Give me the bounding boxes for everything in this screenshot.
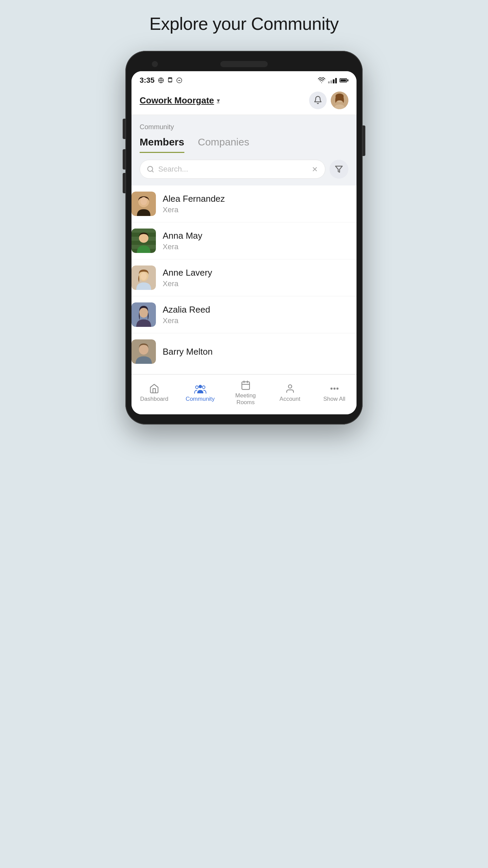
nav-item-account[interactable]: Account bbox=[277, 383, 304, 402]
svg-point-30 bbox=[202, 386, 205, 389]
nav-item-show-all[interactable]: Show All bbox=[321, 383, 348, 402]
main-content: Community Members Companies Search... bbox=[131, 115, 357, 182]
svg-point-37 bbox=[334, 388, 335, 389]
page-title: Explore your Community bbox=[149, 14, 339, 34]
member-avatar bbox=[131, 192, 156, 216]
member-info: Azalia Reed Xera bbox=[163, 304, 210, 325]
member-avatar bbox=[131, 229, 156, 253]
svg-point-27 bbox=[139, 344, 148, 355]
member-company: Xera bbox=[163, 279, 212, 288]
member-avatar bbox=[131, 302, 156, 327]
wifi-icon bbox=[318, 77, 325, 83]
globe-status-icon bbox=[158, 77, 164, 83]
svg-point-36 bbox=[331, 388, 332, 389]
svg-rect-17 bbox=[131, 229, 156, 233]
phone-screen: 3:35 bbox=[131, 71, 357, 414]
svg-rect-31 bbox=[242, 382, 249, 390]
tab-companies[interactable]: Companies bbox=[198, 136, 249, 153]
member-company: Xera bbox=[163, 316, 210, 325]
phone-top bbox=[131, 61, 357, 67]
svg-line-9 bbox=[152, 171, 153, 172]
nav-label-show-all: Show All bbox=[323, 396, 345, 402]
search-area: Search... bbox=[140, 153, 348, 182]
nav-label-community: Community bbox=[186, 396, 215, 402]
nav-label-dashboard: Dashboard bbox=[140, 396, 168, 402]
svg-point-38 bbox=[337, 388, 338, 389]
members-list: Alea Fernandez Xera bbox=[131, 185, 357, 374]
workspace-name-text: Cowork Moorgate bbox=[140, 95, 214, 106]
filter-icon bbox=[335, 165, 343, 173]
member-avatar bbox=[131, 339, 156, 364]
member-name: Anna May bbox=[163, 231, 202, 241]
nav-item-community[interactable]: Community bbox=[186, 383, 215, 402]
member-name: Alea Fernandez bbox=[163, 194, 225, 204]
tab-members[interactable]: Members bbox=[140, 136, 184, 153]
account-icon bbox=[285, 383, 295, 394]
battery-icon bbox=[340, 78, 348, 82]
filter-button[interactable] bbox=[329, 160, 348, 179]
member-name: Anne Lavery bbox=[163, 268, 212, 278]
tabs-container: Members Companies bbox=[140, 136, 348, 153]
phone-speaker bbox=[220, 61, 268, 67]
list-item[interactable]: Anne Lavery Xera bbox=[131, 259, 357, 296]
community-icon bbox=[194, 383, 206, 394]
member-company: Xera bbox=[163, 205, 225, 214]
svg-rect-2 bbox=[169, 79, 172, 82]
nav-label-meeting-rooms: Meeting Rooms bbox=[235, 392, 256, 406]
nav-label-account: Account bbox=[280, 396, 300, 402]
member-avatar bbox=[131, 265, 156, 290]
list-item[interactable]: Azalia Reed Xera bbox=[131, 296, 357, 333]
status-time: 3:35 bbox=[140, 76, 155, 85]
notifications-button[interactable] bbox=[309, 92, 327, 109]
workspace-selector[interactable]: Cowork Moorgate ▾ bbox=[140, 95, 220, 106]
header-actions bbox=[309, 92, 348, 109]
svg-point-35 bbox=[288, 385, 292, 388]
phone-camera bbox=[152, 61, 158, 67]
svg-point-25 bbox=[139, 308, 148, 318]
member-info: Barry Melton bbox=[163, 347, 212, 357]
list-item[interactable]: Alea Fernandez Xera bbox=[131, 185, 357, 222]
svg-point-23 bbox=[141, 273, 147, 280]
clear-search-icon[interactable] bbox=[311, 166, 318, 173]
more-icon bbox=[329, 383, 340, 394]
list-item[interactable]: Barry Melton bbox=[131, 333, 357, 374]
home-icon bbox=[149, 383, 159, 394]
svg-point-15 bbox=[140, 197, 147, 205]
member-info: Alea Fernandez Xera bbox=[163, 194, 225, 214]
section-label: Community bbox=[140, 123, 348, 131]
nav-item-meeting-rooms[interactable]: Meeting Rooms bbox=[232, 380, 259, 406]
svg-point-29 bbox=[196, 386, 198, 389]
chevron-down-icon: ▾ bbox=[217, 97, 220, 104]
calendar-icon bbox=[241, 380, 251, 390]
svg-point-28 bbox=[199, 385, 202, 388]
bell-icon bbox=[313, 96, 322, 105]
signal-icon bbox=[328, 77, 337, 83]
list-item[interactable]: Anna May Xera bbox=[131, 222, 357, 259]
app-header: Cowork Moorgate ▾ bbox=[131, 87, 357, 115]
member-name: Azalia Reed bbox=[163, 304, 210, 315]
user-avatar-image bbox=[331, 92, 348, 109]
search-input-placeholder: Search... bbox=[158, 165, 307, 174]
user-avatar-button[interactable] bbox=[331, 92, 348, 109]
sim-status-icon bbox=[167, 77, 173, 83]
bottom-nav: Dashboard Community bbox=[131, 374, 357, 414]
search-box[interactable]: Search... bbox=[140, 160, 325, 179]
member-info: Anna May Xera bbox=[163, 231, 202, 251]
member-info: Anne Lavery Xera bbox=[163, 268, 212, 288]
search-icon bbox=[147, 165, 154, 173]
svg-marker-12 bbox=[336, 166, 342, 172]
nav-item-dashboard[interactable]: Dashboard bbox=[140, 383, 168, 402]
member-company: Xera bbox=[163, 242, 202, 251]
status-bar: 3:35 bbox=[131, 71, 357, 87]
phone-shell: 3:35 bbox=[125, 51, 363, 425]
dnd-status-icon bbox=[176, 77, 182, 83]
member-name: Barry Melton bbox=[163, 347, 212, 357]
